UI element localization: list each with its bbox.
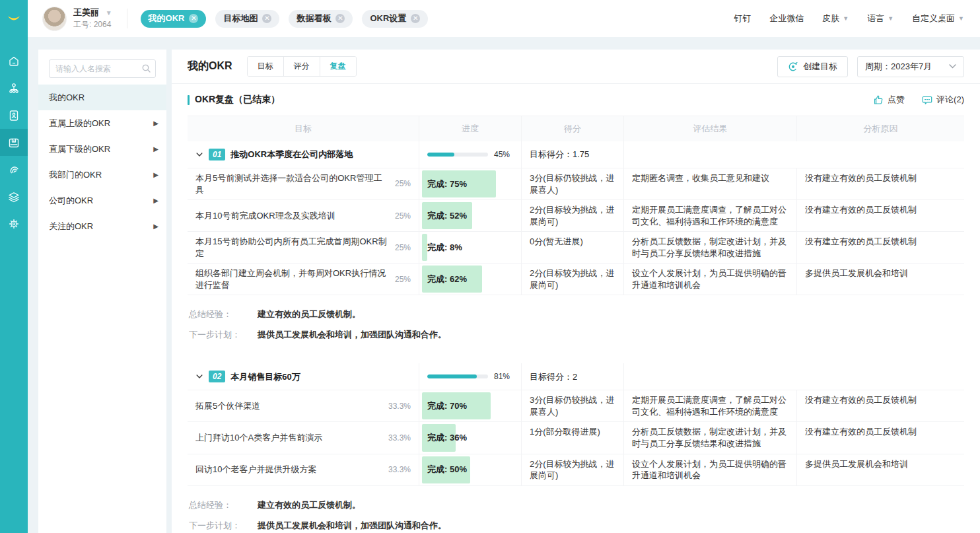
kr-row: 本月15号前协助公司内所有员工完成首周期OKR制定25%完成: 8%0分(暂无进… (188, 232, 964, 264)
person-search-input[interactable] (49, 59, 156, 78)
workspace-tab-2[interactable]: 数据看板✕ (289, 10, 353, 28)
objective-score: 目标得分：1.75 (521, 141, 623, 168)
user-dropdown-caret-icon[interactable]: ▼ (106, 9, 112, 17)
kr-analysis: 没有建立有效的员工反馈机制 (796, 422, 964, 453)
nav-item-1[interactable]: 直属上级的OKR▶ (38, 110, 166, 136)
brand-logo[interactable] (0, 0, 28, 37)
nav-item-4[interactable]: 公司的OKR▶ (38, 188, 166, 213)
like-button[interactable]: 点赞 (873, 94, 905, 106)
workspace-tab-3[interactable]: OKR设置✕ (362, 10, 428, 28)
user-name: 王美丽 (73, 7, 99, 17)
kr-row: 本月10号前完成OKR理念及实践培训25%完成: 52%2分(目标较为挑战，进展… (188, 200, 964, 232)
kr-analysis: 没有建立有效的员工反馈机制 (796, 168, 964, 199)
home-icon[interactable] (0, 48, 28, 75)
kr-title[interactable]: 本月10号前完成OKR理念及实践培训 (195, 210, 395, 222)
create-objective-button[interactable]: 创建目标 (777, 56, 848, 77)
nav-item-label: 关注的OKR (49, 221, 93, 232)
kr-analysis: 多提供员工发展机会和培训 (796, 454, 964, 485)
top-link-label: 自定义桌面 (912, 13, 955, 24)
close-icon[interactable]: ✕ (335, 14, 345, 23)
column-header-3: 评估结果 (623, 116, 796, 141)
view-tab-1[interactable]: 评分 (283, 57, 320, 76)
nav-item-5[interactable]: 关注的OKR▶ (38, 213, 166, 239)
workspace-tab-1[interactable]: 目标地图✕ (215, 10, 279, 28)
search-icon[interactable] (141, 63, 151, 73)
summary-value: 建立有效的员工反馈机制。 (258, 308, 361, 320)
progress-label: 45% (494, 149, 510, 160)
top-link-1[interactable]: 企业微信 (769, 13, 804, 24)
top-links: 钉钉企业微信皮肤▼语言▼自定义桌面▼ (734, 13, 964, 24)
objective-progress-cell: 45% (419, 141, 521, 168)
top-link-2[interactable]: 皮肤▼ (822, 13, 849, 24)
nav-item-label: 直属下级的OKR (49, 143, 110, 155)
kr-row: 本月5号前测试并选择一款适合公司的OKR管理工具25%完成: 75%3分(目标仍… (188, 168, 964, 200)
next-plan-line: 下一步计划：提供员工发展机会和培训，加强团队沟通和合作。 (189, 329, 964, 341)
summary-line: 总结经验：建立有效的员工反馈机制。 (189, 499, 964, 511)
user-avatar[interactable] (42, 7, 67, 31)
kr-row: 上门拜访10个A类客户并售前演示33.3%完成: 36%1分(部分取得进展)分析… (188, 422, 964, 454)
next-plan-value: 提供员工发展机会和培训，加强团队沟通和合作。 (258, 520, 446, 532)
briefcase-icon[interactable] (0, 129, 28, 156)
workspace-tab-label: 目标地图 (223, 13, 258, 24)
fingerprint-icon[interactable] (0, 156, 28, 183)
layers-icon[interactable] (0, 183, 28, 210)
review-section-title: OKR复盘（已结束） (195, 94, 280, 106)
org-chart-icon[interactable] (0, 75, 28, 102)
kr-title-cell: 本月10号前完成OKR理念及实践培训25% (188, 200, 419, 231)
nav-item-3[interactable]: 我部门的OKR▶ (38, 162, 166, 188)
kr-row: 回访10个老客户并提供升级方案33.3%完成: 50%2分(目标较为挑战，进展尚… (188, 454, 964, 486)
objective-row: 01推动OKR本季度在公司内部落地45%目标得分：1.75 (188, 141, 964, 168)
smile-logo-icon (5, 9, 23, 28)
id-card-icon[interactable] (0, 102, 28, 129)
kr-title[interactable]: 本月5号前测试并选择一款适合公司的OKR管理工具 (195, 172, 395, 195)
kr-done-label: 完成: 36% (422, 424, 467, 451)
employee-id: 工号: 2064 (73, 20, 112, 30)
close-icon[interactable]: ✕ (262, 14, 271, 23)
kr-weight: 33.3% (388, 401, 411, 411)
period-select[interactable]: 周期：2023年7月 (857, 56, 964, 77)
kr-title[interactable]: 上门拜访10个A类客户并售前演示 (195, 432, 388, 444)
kr-title-cell: 拓展5个伙伴渠道33.3% (188, 390, 419, 421)
nav-item-2[interactable]: 直属下级的OKR▶ (38, 136, 166, 162)
column-header-4: 分析原因 (796, 116, 964, 141)
review-summary: 总结经验：建立有效的员工反馈机制。下一步计划：提供员工发展机会和培训，加强团队沟… (188, 486, 964, 533)
progress-label: 81% (494, 371, 510, 382)
comment-button[interactable]: 评论(2) (922, 94, 964, 106)
next-plan-value: 提供员工发展机会和培训，加强团队沟通和合作。 (258, 329, 446, 341)
view-tab-2[interactable]: 复盘 (320, 57, 356, 76)
nav-item-0[interactable]: 我的OKR (38, 85, 166, 110)
kr-title[interactable]: 本月15号前协助公司内所有员工完成首周期OKR制定 (195, 236, 395, 259)
objective-title: 本月销售目标60万 (230, 371, 300, 383)
kr-title[interactable]: 回访10个老客户并提供升级方案 (195, 464, 388, 476)
expand-arrow-icon: ▶ (153, 145, 158, 153)
summary-value: 建立有效的员工反馈机制。 (258, 499, 361, 511)
kr-weight: 33.3% (388, 464, 411, 475)
top-link-0[interactable]: 钉钉 (734, 13, 751, 24)
objective-title-cell: 02本月销售目标60万 (188, 363, 419, 390)
collapse-icon[interactable] (195, 373, 203, 380)
close-icon[interactable]: ✕ (411, 14, 420, 23)
kr-evaluation: 设立个人发展计划，为员工提供明确的晋升通道和培训机会 (623, 264, 796, 295)
gear-icon[interactable] (0, 210, 28, 237)
kr-weight: 25% (395, 178, 411, 189)
thumbs-up-icon (873, 94, 884, 105)
collapse-icon[interactable] (195, 151, 203, 159)
kr-weight: 25% (395, 211, 411, 221)
expand-arrow-icon: ▶ (153, 171, 158, 178)
kr-title[interactable]: 拓展5个伙伴渠道 (195, 400, 388, 412)
chevron-down-icon: ▼ (958, 15, 964, 22)
table-header-row: 目标进度得分评估结果分析原因 (188, 116, 964, 141)
objective-row: 02本月销售目标60万81%目标得分：2 (188, 363, 964, 390)
kr-done-label: 完成: 52% (422, 202, 467, 229)
top-link-4[interactable]: 自定义桌面▼ (912, 13, 964, 24)
workspace-tab-0[interactable]: 我的OKR✕ (141, 10, 207, 28)
close-icon[interactable]: ✕ (189, 14, 198, 23)
kr-title[interactable]: 组织各部门建立周会机制，并每周对OKR执行情况进行监督 (195, 267, 395, 291)
kr-done-cell: 完成: 50% (419, 454, 521, 485)
kr-title-cell: 回访10个老客户并提供升级方案33.3% (188, 454, 419, 485)
view-tab-0[interactable]: 目标 (248, 57, 283, 76)
review-table: 目标进度得分评估结果分析原因 01推动OKR本季度在公司内部落地45%目标得分：… (188, 116, 964, 533)
top-link-3[interactable]: 语言▼ (867, 13, 893, 24)
kr-evaluation: 分析员工反馈数据，制定改进计划，并及时与员工分享反馈结果和改进措施 (623, 422, 796, 453)
okr-nav-panel: 我的OKR直属上级的OKR▶直属下级的OKR▶我部门的OKR▶公司的OKR▶关注… (38, 50, 166, 533)
